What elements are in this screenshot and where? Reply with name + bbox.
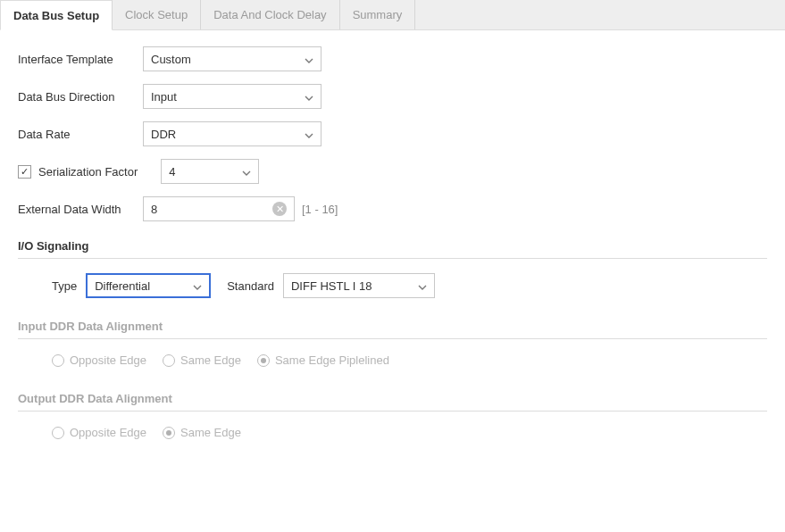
- external-data-width-hint: [1 - 16]: [302, 203, 338, 216]
- output-ddr-same-edge-radio[interactable]: Same Edge: [163, 426, 241, 439]
- clear-icon[interactable]: ✕: [272, 202, 287, 216]
- chevron-down-icon: [305, 53, 313, 66]
- input-ddr-title: Input DDR Data Alignment: [18, 320, 767, 333]
- interface-template-label: Interface Template: [18, 53, 143, 66]
- io-signaling-title: I/O Signaling: [18, 239, 767, 253]
- io-standard-value: DIFF HSTL I 18: [291, 279, 372, 293]
- radio-icon: [163, 427, 175, 439]
- chevron-down-icon: [305, 90, 313, 104]
- divider: [18, 258, 767, 259]
- radio-label: Opposite Edge: [70, 426, 146, 439]
- chevron-down-icon: [305, 128, 313, 141]
- external-data-width-value: 8: [151, 203, 157, 216]
- radio-label: Opposite Edge: [70, 353, 146, 367]
- serialization-factor-select[interactable]: 4: [161, 159, 259, 184]
- io-type-select[interactable]: Differential: [86, 273, 211, 298]
- data-bus-direction-select[interactable]: Input: [143, 84, 322, 109]
- tab-clock-setup[interactable]: Clock Setup: [113, 0, 201, 29]
- data-rate-select[interactable]: DDR: [143, 121, 322, 146]
- radio-label: Same Edge Piplelined: [275, 353, 389, 367]
- serialization-factor-value: 4: [169, 165, 175, 179]
- tab-data-bus-setup[interactable]: Data Bus Setup: [0, 0, 113, 30]
- radio-label: Same Edge: [180, 353, 241, 367]
- output-ddr-title: Output DDR Data Alignment: [18, 392, 767, 405]
- chevron-down-icon: [193, 279, 202, 293]
- tab-summary[interactable]: Summary: [340, 0, 416, 29]
- radio-icon: [52, 427, 64, 439]
- io-type-label: Type: [52, 279, 77, 293]
- divider: [18, 338, 767, 339]
- interface-template-select[interactable]: Custom: [143, 46, 322, 71]
- external-data-width-label: External Data Width: [18, 203, 143, 216]
- input-ddr-same-edge-pipelined-radio[interactable]: Same Edge Piplelined: [257, 353, 389, 367]
- radio-icon: [163, 354, 175, 367]
- tab-data-and-clock-delay[interactable]: Data And Clock Delay: [201, 0, 339, 29]
- data-bus-direction-value: Input: [151, 90, 177, 104]
- io-standard-select[interactable]: DIFF HSTL I 18: [283, 273, 435, 298]
- output-ddr-opposite-edge-radio[interactable]: Opposite Edge: [52, 426, 146, 439]
- serialization-factor-label: Serialization Factor: [38, 165, 138, 179]
- input-ddr-radio-group: Opposite Edge Same Edge Same Edge Piplel…: [18, 353, 767, 367]
- divider: [18, 411, 767, 411]
- radio-icon: [52, 354, 64, 367]
- io-standard-label: Standard: [227, 279, 274, 293]
- serialization-factor-checkbox[interactable]: ✓: [18, 165, 31, 179]
- output-ddr-radio-group: Opposite Edge Same Edge: [18, 426, 767, 439]
- io-type-value: Differential: [95, 279, 150, 293]
- radio-label: Same Edge: [180, 426, 241, 439]
- tab-bar: Data Bus Setup Clock Setup Data And Cloc…: [0, 0, 785, 30]
- tab-panel-data-bus-setup: Interface Template Custom Data Bus Direc…: [0, 30, 785, 473]
- data-rate-label: Data Rate: [18, 128, 143, 141]
- interface-template-value: Custom: [151, 53, 191, 66]
- chevron-down-icon: [242, 165, 251, 179]
- radio-icon: [257, 354, 270, 367]
- external-data-width-input[interactable]: 8 ✕: [143, 196, 295, 221]
- input-ddr-opposite-edge-radio[interactable]: Opposite Edge: [52, 353, 146, 367]
- data-rate-value: DDR: [151, 128, 176, 141]
- data-bus-direction-label: Data Bus Direction: [18, 90, 143, 104]
- input-ddr-same-edge-radio[interactable]: Same Edge: [163, 353, 241, 367]
- chevron-down-icon: [418, 279, 427, 293]
